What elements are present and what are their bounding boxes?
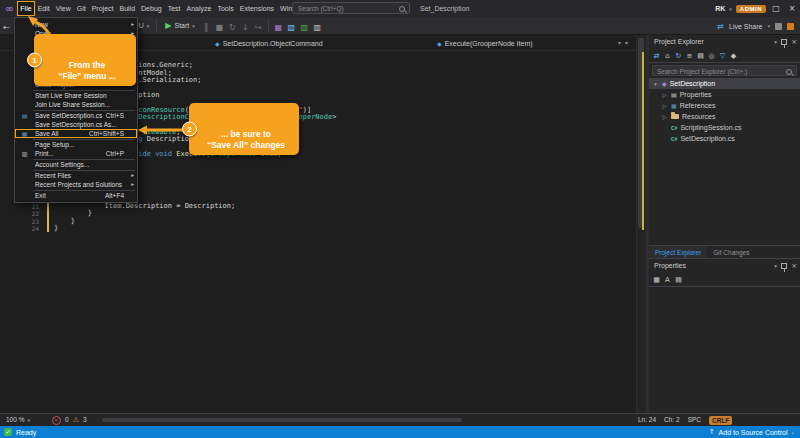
- toolbar-icon-group-run: ‖■↻↓↪: [200, 16, 265, 36]
- spaces-indicator[interactable]: SPC: [688, 414, 701, 426]
- chevron-down-icon: ▾: [767, 23, 770, 29]
- pause-icon[interactable]: ‖: [200, 20, 213, 36]
- scope-icon[interactable]: ◎: [706, 50, 717, 62]
- filter-icon[interactable]: ▽: [717, 50, 728, 62]
- maximize-button[interactable]: □: [770, 4, 782, 13]
- warning-icon: ⚠: [73, 414, 79, 426]
- close-icon[interactable]: ×: [791, 259, 797, 273]
- menu-item-join-live-share-session[interactable]: Join Live Share Session...: [15, 100, 137, 109]
- property-pages-icon[interactable]: ▤: [673, 274, 684, 286]
- menu-extensions[interactable]: Extensions: [237, 1, 277, 16]
- chevron-down-icon: ▾: [147, 23, 150, 29]
- alphabetical-icon[interactable]: A: [662, 274, 673, 286]
- start-label: Start: [174, 22, 189, 29]
- scrollbar-change-annotations: [642, 52, 644, 230]
- admin-badge: ADMIN: [736, 5, 766, 13]
- tree-item-scriptingsession-cs[interactable]: C#ScriptingSession.cs: [649, 122, 800, 133]
- menu-item-save-setdescription-cs-as[interactable]: Save SetDescription.cs As...: [15, 120, 137, 129]
- start-debug-button[interactable]: ▶ Start ▾: [160, 21, 199, 30]
- comment-out-icon[interactable]: ▨: [298, 20, 311, 36]
- menu-tools[interactable]: Tools: [214, 1, 236, 16]
- sync-icon[interactable]: ⇄: [651, 50, 662, 62]
- menu-item-account-settings[interactable]: Account Settings...: [15, 160, 137, 169]
- menu-edit[interactable]: Edit: [35, 1, 53, 16]
- step-into-icon[interactable]: ↓: [239, 20, 252, 36]
- tree-item-setdescription-cs[interactable]: C#SetDescription.cs: [649, 133, 800, 144]
- user-avatar[interactable]: RK: [715, 5, 725, 12]
- zoom-control[interactable]: 100 % ▾: [6, 414, 30, 426]
- menu-item-exit[interactable]: ExitAlt+F4: [15, 191, 137, 200]
- menu-view[interactable]: View: [53, 1, 74, 16]
- menu-debug[interactable]: Debug: [138, 1, 165, 16]
- stop-icon[interactable]: ■: [213, 20, 226, 36]
- pin-icon[interactable]: [781, 263, 787, 269]
- upload-arrow-icon: ↑: [709, 428, 715, 436]
- csharp-file-icon: C#: [671, 125, 677, 131]
- notifications-icon[interactable]: [775, 23, 782, 30]
- project-explorer-header: Project Explorer ▾ ×: [649, 35, 800, 49]
- nav-dropdown-carets[interactable]: ▾▾: [618, 39, 632, 46]
- menu-git[interactable]: Git: [74, 1, 89, 16]
- live-share-button[interactable]: Live Share: [729, 23, 762, 30]
- tree-item-properties[interactable]: ▷▤Properties: [649, 89, 800, 100]
- find-in-files-icon[interactable]: ▧: [285, 20, 298, 36]
- bookmark-icon[interactable]: ▥: [311, 20, 324, 36]
- project-explorer-search-placeholder: Search Project Explorer (Ctrl+;): [657, 68, 748, 75]
- column-indicator[interactable]: Ch: 2: [664, 414, 680, 426]
- menu-project[interactable]: Project: [89, 1, 117, 16]
- menu-item-start-live-share-session[interactable]: Start Live Share Session: [15, 91, 137, 100]
- add-to-source-control-button[interactable]: ↑ Add to Source Control ▴: [709, 426, 794, 438]
- horizontal-scrollbar[interactable]: [102, 418, 462, 422]
- collapse-all-icon[interactable]: ≡: [684, 50, 695, 62]
- feedback-icon[interactable]: [787, 23, 794, 30]
- menu-file[interactable]: File: [17, 1, 34, 16]
- home-icon[interactable]: ⌂: [662, 50, 673, 62]
- menu-item-print[interactable]: ▥Print...Ctrl+P: [15, 149, 137, 158]
- close-button[interactable]: ×: [786, 4, 798, 13]
- menu-build[interactable]: Build: [116, 1, 138, 16]
- menu-item-new[interactable]: New▸: [15, 20, 137, 29]
- search-icon: [786, 69, 792, 75]
- back-icon[interactable]: ←: [0, 20, 13, 36]
- restart-icon[interactable]: ↻: [226, 20, 239, 36]
- settings-icon[interactable]: ◆: [728, 50, 739, 62]
- method-icon: ◆: [437, 40, 442, 47]
- tree-item-references[interactable]: ▷▦References: [649, 100, 800, 111]
- error-warning-counts[interactable]: 0 ⚠ 3: [52, 414, 87, 426]
- menu-item-recent-projects-and-solutions[interactable]: Recent Projects and Solutions▸: [15, 180, 137, 189]
- quick-search-input[interactable]: Search (Ctrl+Q): [292, 2, 410, 14]
- error-count: 0: [65, 414, 69, 426]
- member-dropdown-label: Execute(GrooperNode Item): [445, 40, 533, 47]
- menu-test[interactable]: Test: [165, 1, 184, 16]
- solution-name: Set_Description: [420, 0, 469, 17]
- properties-icon[interactable]: ▤: [695, 50, 706, 62]
- line-indicator[interactable]: Ln: 24: [638, 414, 656, 426]
- build-icon[interactable]: ▦: [272, 20, 285, 36]
- title-bar: ∞ FileEditViewGitProjectBuildDebugTestAn…: [0, 0, 800, 17]
- project-explorer-search-input[interactable]: Search Project Explorer (Ctrl+;): [652, 65, 797, 76]
- step-over-icon[interactable]: ↪: [252, 20, 265, 36]
- member-dropdown[interactable]: ◆ Execute(GrooperNode Item): [437, 37, 533, 49]
- tree-item-resources[interactable]: ▷Resources: [649, 111, 800, 122]
- chevron-down-icon[interactable]: ▾: [774, 35, 777, 49]
- refresh-icon[interactable]: ↻: [673, 50, 684, 62]
- menu-item-save-all[interactable]: ▦Save AllCtrl+Shift+S: [15, 129, 137, 138]
- tree-item-setdescription[interactable]: ▾◆SetDescription: [649, 78, 800, 89]
- chevron-down-icon[interactable]: ▾: [774, 259, 777, 273]
- pin-icon[interactable]: [781, 39, 787, 45]
- submenu-arrow-icon: ▸: [131, 180, 134, 189]
- menu-item-save-setdescription-cs[interactable]: ▤Save SetDescription.csCtrl+S: [15, 111, 137, 120]
- expander-icon[interactable]: ▾: [652, 81, 659, 87]
- class-dropdown[interactable]: ◆ SetDescription.ObjectCommand: [215, 37, 323, 49]
- menu-analyze[interactable]: Analyze: [184, 1, 215, 16]
- expander-icon[interactable]: ▷: [661, 114, 668, 120]
- close-icon[interactable]: ×: [791, 35, 797, 49]
- expander-icon[interactable]: ▷: [661, 103, 668, 109]
- expander-icon[interactable]: ▷: [661, 92, 668, 98]
- menu-item-recent-files[interactable]: Recent Files▸: [15, 171, 137, 180]
- ready-check-icon: ✓: [4, 428, 12, 436]
- menu-item-page-setup[interactable]: Page Setup...: [15, 140, 137, 149]
- line-number: 23: [0, 218, 42, 225]
- categorized-icon[interactable]: ▦: [651, 274, 662, 286]
- line-ending-indicator[interactable]: CRLF: [709, 416, 732, 425]
